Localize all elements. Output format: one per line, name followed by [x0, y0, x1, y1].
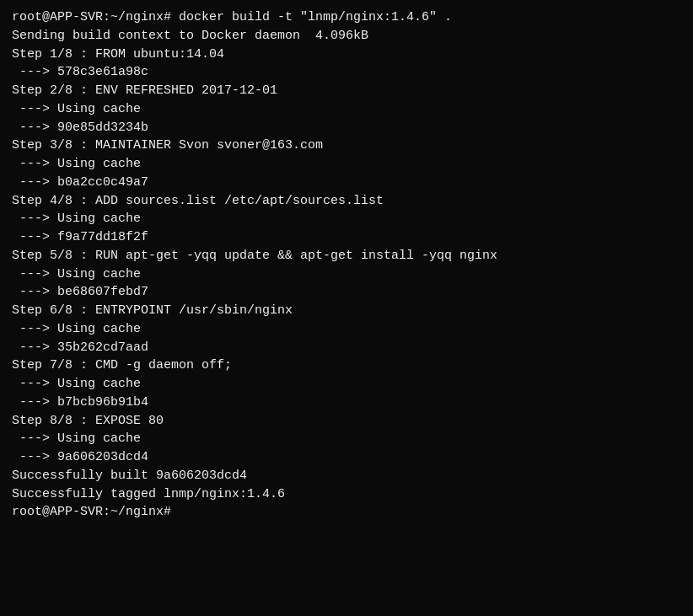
- terminal-line-l4: ---> 578c3e61a98c: [12, 63, 681, 82]
- terminal-line-l9: ---> Using cache: [12, 155, 681, 174]
- terminal-line-l13: ---> f9a77dd18f2f: [12, 228, 681, 247]
- terminal-line-l15: ---> Using cache: [12, 265, 681, 284]
- terminal-line-l19: ---> 35b262cd7aad: [12, 339, 681, 357]
- terminal-line-l11: Step 4/8 : ADD sources.list /etc/apt/sou…: [12, 192, 681, 211]
- terminal-line-l25: ---> 9a606203dcd4: [12, 448, 681, 467]
- terminal-line-l21: ---> Using cache: [12, 375, 681, 394]
- terminal-line-l17: Step 6/8 : ENTRYPOINT /usr/sbin/nginx: [12, 302, 681, 320]
- terminal-line-l10: ---> b0a2cc0c49a7: [12, 174, 681, 192]
- terminal-line-l5: Step 2/8 : ENV REFRESHED 2017-12-01: [12, 82, 681, 100]
- terminal-line-l2: Sending build context to Docker daemon 4…: [12, 27, 681, 46]
- terminal-line-l16: ---> be68607febd7: [12, 283, 681, 302]
- terminal-line-l24: ---> Using cache: [12, 430, 681, 448]
- terminal-window: root@APP-SVR:~/nginx# docker build -t "l…: [0, 0, 693, 616]
- terminal-line-l7: ---> 90e85dd3234b: [12, 119, 681, 137]
- terminal-line-l8: Step 3/8 : MAINTAINER Svon svoner@163.co…: [12, 137, 681, 155]
- terminal-line-l22: ---> b7bcb96b91b4: [12, 394, 681, 412]
- terminal-line-l18: ---> Using cache: [12, 320, 681, 339]
- terminal-line-l12: ---> Using cache: [12, 210, 681, 228]
- terminal-line-l1: root@APP-SVR:~/nginx# docker build -t "l…: [12, 8, 681, 27]
- terminal-line-l27: Successfully tagged lnmp/nginx:1.4.6: [12, 485, 681, 504]
- terminal-line-l26: Successfully built 9a606203dcd4: [12, 467, 681, 485]
- terminal-line-l6: ---> Using cache: [12, 100, 681, 119]
- terminal-line-l23: Step 8/8 : EXPOSE 80: [12, 412, 681, 431]
- terminal-line-l20: Step 7/8 : CMD -g daemon off;: [12, 356, 681, 375]
- terminal-line-l14: Step 5/8 : RUN apt-get -yqq update && ap…: [12, 247, 681, 265]
- terminal-line-l3: Step 1/8 : FROM ubuntu:14.04: [12, 46, 681, 64]
- terminal-line-l28: root@APP-SVR:~/nginx#: [12, 503, 681, 522]
